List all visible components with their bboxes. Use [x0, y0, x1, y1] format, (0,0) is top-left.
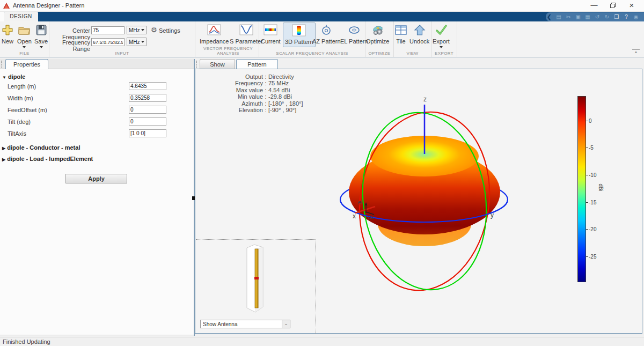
colorbar-tick-label: 0	[589, 118, 592, 124]
info-label: Output	[197, 73, 263, 80]
settings-gear-icon[interactable]: ⚙	[151, 26, 157, 34]
info-value: [-90° , 90°]	[268, 107, 296, 113]
pattern-3d-button-label: 3D Pattern	[285, 39, 313, 45]
collapse-ribbon-icon[interactable]: ▲	[632, 49, 640, 55]
tiltaxis-label: TiltAxis	[8, 130, 26, 137]
restore-button[interactable]	[603, 0, 621, 12]
tab-properties[interactable]: Properties	[5, 59, 48, 69]
copy-icon[interactable]: ▣	[573, 14, 583, 20]
apply-button[interactable]: Apply	[65, 174, 127, 183]
save-dropdown-arrow-icon[interactable]	[40, 46, 43, 48]
open-dropdown-arrow-icon[interactable]	[23, 46, 26, 48]
colorbar-tick	[586, 229, 588, 230]
export-check-icon	[435, 23, 448, 37]
colorbar-tick-label: -10	[589, 172, 596, 178]
tab-show[interactable]: Show	[200, 59, 235, 69]
colorbar: 0 -5 -10 -15 -20 -25 dBi	[577, 96, 610, 289]
width-input[interactable]	[129, 94, 166, 102]
el-pattern-button-label: EL Pattern	[340, 38, 368, 45]
layout-icon[interactable]: ❒	[612, 14, 621, 20]
s-parameter-button[interactable]: S Parameter	[230, 23, 263, 45]
save-button[interactable]: Save	[34, 23, 48, 48]
close-button[interactable]: ×	[623, 0, 641, 12]
conductor-section-header[interactable]: ▶dipole - Conductor - metal	[2, 144, 80, 151]
tile-button[interactable]: Tile	[395, 23, 407, 45]
paste-icon[interactable]: ▦	[583, 14, 592, 20]
scalar-section-label: SCALAR FREQUENCY ANALYSIS	[259, 51, 365, 56]
open-button[interactable]: Open	[17, 23, 32, 48]
ribbon-section-input: Center Frequency MHz ⚙ Settings Frequenc…	[49, 21, 195, 57]
properties-tab-bar: Properties	[0, 59, 194, 69]
tiltaxis-input[interactable]	[129, 129, 166, 137]
info-value: [-180° , 180°]	[268, 100, 303, 107]
cut-icon[interactable]: ✂	[564, 14, 573, 20]
ribbon-section-export: Export EXPORT	[431, 21, 457, 57]
az-pattern-icon	[320, 23, 332, 37]
frequency-range-label: Frequency Range	[50, 39, 90, 52]
tilt-input[interactable]	[129, 117, 166, 126]
el-pattern-icon	[348, 23, 361, 37]
feedoffset-input[interactable]	[129, 106, 166, 114]
optimize-section-label: OPTIMIZE	[365, 51, 393, 56]
pattern-panel: z el az x y Output:Directivity Frequency…	[195, 69, 642, 334]
tab-pattern[interactable]: Pattern	[236, 59, 278, 69]
new-button[interactable]: New	[2, 23, 13, 45]
redo-icon[interactable]: ↻	[602, 14, 612, 20]
colorbar-tick-label: -25	[589, 254, 596, 260]
length-input[interactable]	[129, 82, 166, 90]
title-bar: Antenna Designer - Pattern — ×	[0, 0, 644, 12]
export-dropdown-arrow-icon[interactable]	[440, 46, 443, 48]
el-pattern-button[interactable]: EL Pattern	[340, 23, 368, 45]
window-title: Antenna Designer - Pattern	[13, 2, 84, 9]
impedance-plot-icon	[207, 23, 221, 37]
undock-arrow-icon	[414, 23, 426, 37]
info-label: Azimuth	[197, 100, 263, 107]
z-axis-label: z	[423, 95, 427, 103]
load-section-header[interactable]: ▶dipole - Load - lumpedElement	[2, 156, 93, 162]
center-frequency-input[interactable]	[91, 26, 125, 34]
center-frequency-unit-dropdown[interactable]: MHz	[127, 26, 147, 34]
load-section-label: dipole - Load - lumpedElement	[7, 156, 93, 162]
az-axis-label: az	[368, 214, 375, 220]
collapse-chevron-icon[interactable]: ❮	[547, 13, 552, 20]
colorbar-tick	[586, 256, 588, 257]
open-folder-icon	[18, 23, 31, 37]
panel-grip[interactable]	[1, 61, 3, 68]
impedance-button-label: Impedance	[200, 38, 229, 45]
frequency-range-input[interactable]	[91, 38, 125, 46]
panel-grip[interactable]	[196, 61, 197, 68]
undo-icon[interactable]: ↺	[592, 14, 602, 20]
tabstrip-notch	[0, 12, 4, 21]
dipole-section-header[interactable]: ▼dipole	[2, 73, 25, 80]
optimize-button[interactable]: Optimize	[366, 23, 389, 45]
ribbon-section-optimize: Optimize OPTIMIZE	[365, 21, 394, 57]
impedance-button[interactable]: Impedance	[200, 23, 229, 45]
minimize-button[interactable]: —	[585, 0, 603, 12]
more-options-icon[interactable]: ◉	[631, 14, 641, 20]
frequency-range-unit-dropdown[interactable]: MHz	[127, 38, 147, 46]
colorbar-tick-label: -5	[589, 145, 594, 151]
show-antenna-dropdown[interactable]: Show Antenna ⌄	[200, 320, 290, 328]
tab-design[interactable]: DESIGN	[4, 12, 38, 21]
help-icon[interactable]: ?	[621, 14, 631, 20]
undock-button[interactable]: Undock	[409, 23, 429, 45]
current-button[interactable]: Current	[261, 23, 281, 45]
save-icon[interactable]: ▤	[554, 14, 564, 20]
export-button[interactable]: Export	[433, 23, 450, 48]
info-label: Frequency	[197, 80, 263, 86]
feedoffset-label: FeedOffset (m)	[8, 107, 47, 113]
settings-label[interactable]: Settings	[159, 27, 180, 34]
pattern-tab-bar: Show Pattern	[195, 59, 642, 69]
app-logo-icon	[3, 2, 10, 12]
az-pattern-button[interactable]: AZ Pattern	[312, 23, 341, 45]
ribbon-section-view: Tile Undock VIEW	[394, 21, 431, 57]
dropdown-chevron-icon[interactable]: ⌄	[282, 320, 290, 328]
colorbar-tick	[586, 121, 588, 121]
info-label: Min value	[197, 93, 263, 100]
antenna-preview-inset: Show Antenna ⌄	[196, 239, 316, 334]
pattern-3d-button[interactable]: 3D Pattern	[283, 23, 316, 47]
antenna-preview[interactable]	[241, 242, 272, 318]
view-section-label: VIEW	[394, 51, 431, 56]
antenna-designer-window: Antenna Designer - Pattern — × DESIGN ❮ …	[0, 0, 644, 346]
feed-point	[254, 277, 259, 279]
